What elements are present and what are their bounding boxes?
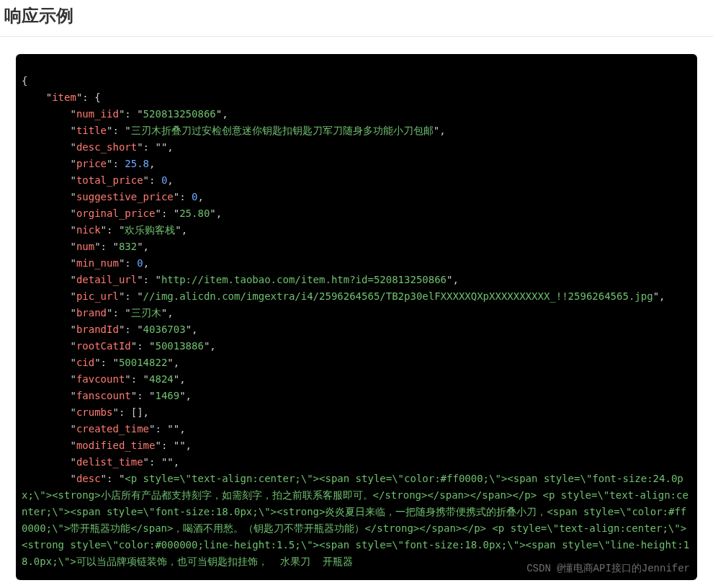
code-block: { "item": { "num_iid": "520813250866", "… [16, 54, 697, 580]
json-code: { "item": { "num_iid": "520813250866", "… [22, 73, 691, 570]
section-title: 响应示例 [0, 0, 713, 37]
